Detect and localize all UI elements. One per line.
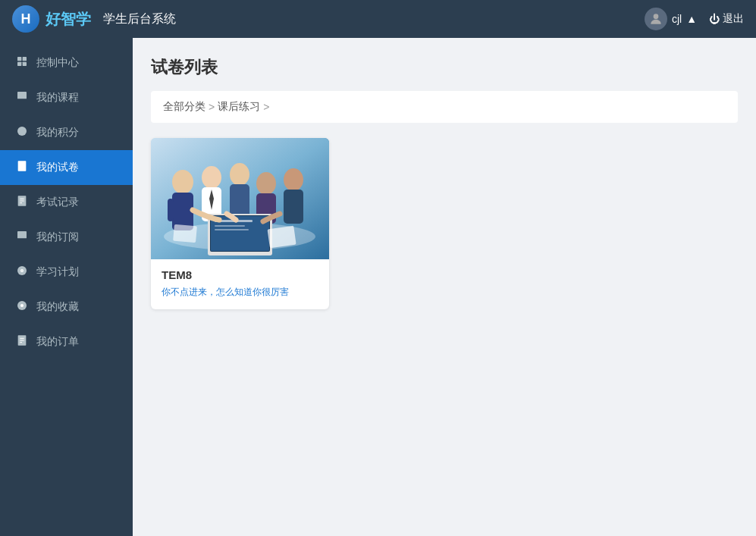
icon-exam-records	[15, 195, 29, 210]
svg-rect-3	[17, 62, 21, 66]
icon-my-courses	[15, 90, 29, 105]
card-body-card-tem8: TEM8你不点进来，怎么知道你很厉害	[151, 259, 329, 309]
icon-my-favorites	[15, 299, 29, 315]
svg-rect-46	[267, 226, 296, 249]
sidebar-item-my-points[interactable]: 我的积分	[0, 115, 133, 150]
svg-rect-2	[23, 57, 27, 61]
svg-rect-35	[230, 184, 249, 218]
logo-area: H 好智学 学生后台系统	[12, 5, 176, 33]
svg-point-19	[21, 270, 22, 271]
system-name: 学生后台系统	[103, 11, 176, 27]
page-title: 试卷列表	[151, 56, 738, 79]
breadcrumb-all[interactable]: 全部分类	[163, 100, 205, 114]
user-avatar-icon	[645, 8, 667, 30]
icon-dashboard	[15, 55, 29, 71]
sidebar-item-my-orders[interactable]: 我的订阅	[0, 220, 133, 255]
svg-rect-30	[168, 199, 174, 221]
svg-point-21	[20, 304, 24, 307]
svg-rect-4	[23, 62, 27, 66]
breadcrumb: 全部分类 > 课后练习 >	[151, 91, 738, 123]
cards-grid: TEM8你不点进来，怎么知道你很厉害	[151, 138, 738, 309]
breadcrumb-sep2: >	[263, 101, 269, 113]
power-icon: ⏻	[709, 13, 720, 25]
icon-my-points	[15, 125, 29, 140]
sidebar-item-my-exams[interactable]: 我的试卷	[0, 150, 133, 185]
sidebar-item-my-courses[interactable]: 我的课程	[0, 80, 133, 115]
sidebar-label-my-bill: 我的订单	[36, 335, 79, 349]
svg-rect-5	[17, 92, 27, 99]
svg-point-0	[654, 14, 659, 19]
sidebar-label-exam-records: 考试记录	[36, 196, 79, 209]
layout: 控制中心我的课程我的积分我的试卷考试记录我的订阅学习计划我的收藏我的订单 试卷列…	[0, 38, 756, 536]
svg-point-38	[284, 168, 303, 191]
app-name: 好智学	[45, 9, 91, 30]
svg-point-28	[172, 170, 193, 194]
svg-rect-47	[173, 224, 197, 243]
sidebar-label-my-favorites: 我的收藏	[36, 300, 79, 314]
card-image-card-tem8	[151, 138, 329, 259]
user-name-label: cjl	[672, 13, 682, 25]
icon-my-exams	[15, 160, 29, 175]
svg-rect-16	[17, 231, 27, 238]
sidebar-item-my-favorites[interactable]: 我的收藏	[0, 290, 133, 324]
icon-study-plan	[15, 265, 29, 280]
main-content: 试卷列表 全部分类 > 课后练习 >	[133, 38, 756, 536]
sidebar: 控制中心我的课程我的积分我的试卷考试记录我的订阅学习计划我的收藏我的订单	[0, 38, 133, 536]
icon-my-bill	[15, 334, 29, 349]
svg-rect-39	[284, 190, 303, 224]
card-title-card-tem8: TEM8	[162, 268, 318, 281]
svg-rect-44	[215, 225, 245, 227]
sidebar-label-my-points: 我的积分	[36, 126, 79, 139]
logo-icon: H	[12, 5, 39, 33]
breadcrumb-sep1: >	[209, 101, 215, 113]
user-info[interactable]: cjl ▲	[645, 8, 697, 30]
logout-label: 退出	[723, 12, 744, 26]
sidebar-label-my-orders: 我的订阅	[36, 230, 79, 244]
sidebar-item-study-plan[interactable]: 学习计划	[0, 255, 133, 290]
user-dropdown-icon: ▲	[686, 13, 697, 25]
svg-point-36	[256, 172, 276, 195]
card-tem8[interactable]: TEM8你不点进来，怎么知道你很厉害	[151, 138, 329, 309]
svg-rect-45	[215, 229, 249, 230]
svg-point-31	[202, 166, 221, 189]
sidebar-label-dashboard: 控制中心	[36, 56, 79, 70]
breadcrumb-category[interactable]: 课后练习	[218, 100, 260, 114]
sidebar-label-my-courses: 我的课程	[36, 91, 79, 105]
sidebar-item-exam-records[interactable]: 考试记录	[0, 185, 133, 220]
icon-my-orders	[15, 230, 29, 245]
sidebar-label-study-plan: 学习计划	[36, 265, 79, 279]
sidebar-item-dashboard[interactable]: 控制中心	[0, 45, 133, 80]
logout-button[interactable]: ⏻ 退出	[709, 12, 744, 26]
header: H 好智学 学生后台系统 cjl ▲ ⏻ 退出	[0, 0, 756, 38]
svg-rect-1	[17, 57, 21, 61]
sidebar-item-my-bill[interactable]: 我的订单	[0, 324, 133, 359]
card-subtitle-card-tem8: 你不点进来，怎么知道你很厉害	[162, 286, 318, 299]
svg-point-34	[230, 163, 249, 186]
svg-point-7	[20, 129, 24, 132]
header-right: cjl ▲ ⏻ 退出	[645, 8, 744, 30]
sidebar-label-my-exams: 我的试卷	[36, 161, 79, 174]
